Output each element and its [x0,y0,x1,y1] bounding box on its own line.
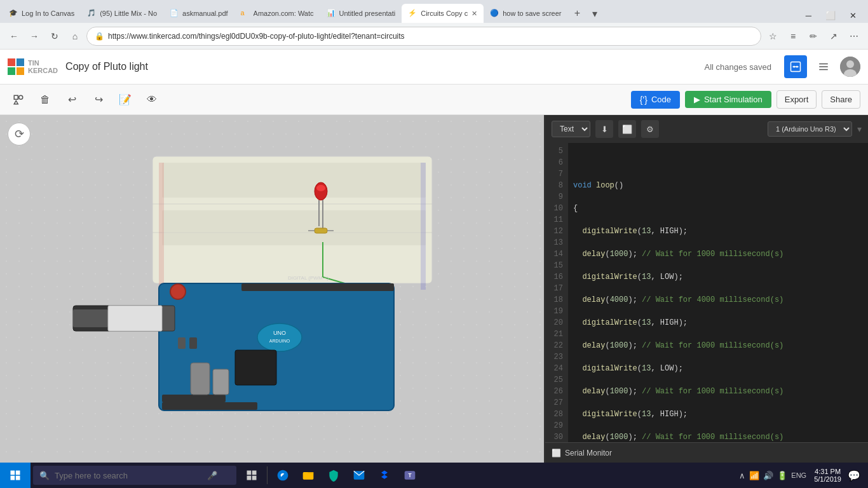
address-bar: ← → ↻ ⌂ 🔒 ☆ ≡ ✏ ↗ ⋯ [0,23,868,50]
code-icon: {'} [640,95,648,105]
volume-icon[interactable]: 🔊 [762,470,775,482]
more-code-button[interactable]: ⚙ [641,120,659,138]
svg-point-11 [19,95,23,99]
canvas-area[interactable]: ⟳ [0,115,544,463]
mail-icon [353,469,365,482]
taskbar-dropbox-icon[interactable] [372,463,397,488]
reload-button[interactable]: ↻ [46,27,64,45]
notes-button[interactable]: 📝 [114,89,136,111]
taskbar-search[interactable]: 🔍 🎤 [33,466,236,485]
taskbar-clock[interactable]: 4:31 PM 5/1/2019 [814,468,841,483]
new-tab-button[interactable]: + [568,4,587,23]
code-button[interactable]: {'} Code [631,91,680,109]
favorites-button[interactable]: ☆ [764,27,782,45]
project-name: Copy of Pluto light [65,61,148,72]
svg-rect-47 [178,337,186,349]
logo-squares [8,58,24,75]
tab-pdf[interactable]: 📄 askmanual.pdf [163,4,234,23]
saved-status: All changes saved [704,62,771,72]
code-line: digitalWrite(13, LOW); [573,271,863,283]
user-avatar[interactable] [840,57,860,77]
minimize-button[interactable]: ─ [799,8,818,23]
tab-list-button[interactable]: ▾ [587,4,602,23]
tab-label-music: (95) Little Mix - No [100,10,157,17]
export-button[interactable]: Export [776,90,817,109]
tab-canvas[interactable]: 🎓 Log In to Canvas [3,4,81,23]
visibility-button[interactable]: 👁 [141,89,163,111]
code-line: digitalWrite(13, HIGH); [573,226,863,237]
expand-panel-button[interactable]: ▾ [857,124,862,134]
code-line: digitalWrite(13, HIGH); [573,409,863,420]
tab-howto[interactable]: 🔵 how to save screer [484,4,567,23]
start-button[interactable] [0,463,31,488]
start-sim-label: Start Simulation [704,95,763,104]
windows-icon [9,469,22,482]
more-button[interactable]: ⋯ [845,27,863,45]
list-view-button[interactable] [812,55,835,78]
close-window-button[interactable]: ✕ [843,8,863,23]
share-browser-button[interactable]: ↗ [825,27,843,45]
notification-button[interactable]: 💬 [845,467,863,484]
taskbar-edge-icon[interactable] [270,463,295,488]
battery-icon[interactable]: 🔋 [776,470,789,482]
tab-music[interactable]: 🎵 (95) Little Mix - No [81,4,163,23]
explorer-icon [302,469,315,482]
tab-slides[interactable]: 📊 Untitled presentati [320,4,402,23]
undo-button[interactable]: ↩ [61,89,83,111]
svg-rect-17 [162,210,426,245]
start-simulation-button[interactable]: ▶ Start Simulation [685,91,771,108]
line-numbers: 5 6 7 8 9 10 11 12 13 14 15 16 17 18 [545,143,568,442]
code-line: void loop() [573,180,863,191]
reader-view-button[interactable]: ≡ [784,27,802,45]
browser-window: 🎓 Log In to Canvas 🎵 (95) Little Mix - N… [0,0,868,463]
copy-code-button[interactable]: ⬜ [618,120,636,138]
code-type-select[interactable]: Text [552,121,590,137]
tab-label-amazon: Amazon.com: Watc [254,10,314,17]
arduino-select[interactable]: 1 (Arduino Uno R3) [768,121,852,137]
taskbar-teams-icon[interactable]: T [397,463,423,488]
tinkercad-logo: TINKERCAD [8,58,58,75]
search-input[interactable] [55,471,207,480]
tab-circuits[interactable]: ⚡ Circuits Copy c ✕ [402,4,484,23]
svg-rect-24 [315,228,327,233]
svg-rect-36 [241,283,394,291]
code-line: delay(1000); // Wait for 1000 millisecon… [573,386,863,397]
maximize-button[interactable]: ⬜ [819,8,842,23]
circuits-view-button[interactable] [784,55,807,78]
tab-label-pdf: askmanual.pdf [182,10,228,17]
svg-rect-16 [162,163,426,198]
logo-sq-2 [17,58,24,66]
taskbar-explorer-icon[interactable] [295,463,321,488]
download-code-button[interactable]: ⬇ [595,120,613,138]
svg-text:UNO: UNO [273,330,286,336]
inking-button[interactable]: ✏ [804,27,822,45]
list-icon [818,61,829,72]
shapes-button[interactable] [8,89,29,111]
code-editor[interactable]: 5 6 7 8 9 10 11 12 13 14 15 16 17 18 [545,143,868,442]
clock-time: 4:31 PM [814,468,841,475]
svg-text:T: T [408,472,411,478]
taskbar-mail-icon[interactable] [346,463,372,488]
network-icon[interactable]: 📶 [748,470,761,482]
back-button[interactable]: ← [5,27,23,45]
svg-rect-18 [159,163,164,290]
serial-monitor-bar[interactable]: ⬜ Serial Monitor [545,442,868,463]
edge-icon [276,469,289,482]
address-input[interactable] [108,32,753,41]
home-button[interactable]: ⌂ [66,27,84,45]
svg-marker-12 [14,100,18,104]
forward-button[interactable]: → [25,27,43,45]
show-hidden-button[interactable]: ∧ [738,470,747,482]
notification-area: ∧ 📶 🔊 🔋 ENG [735,470,810,482]
tab-close-circuits[interactable]: ✕ [471,10,477,18]
language-icon[interactable]: ENG [790,470,808,480]
circuits-icon [790,61,801,72]
task-view-button[interactable] [239,463,264,488]
tab-amazon[interactable]: a Amazon.com: Watc [234,4,320,23]
taskbar-security-icon[interactable] [321,463,346,488]
redo-button[interactable]: ↪ [88,89,109,111]
svg-rect-10 [14,95,18,99]
svg-rect-42 [213,369,229,395]
share-button[interactable]: Share [822,90,860,109]
delete-button[interactable]: 🗑 [34,89,56,111]
